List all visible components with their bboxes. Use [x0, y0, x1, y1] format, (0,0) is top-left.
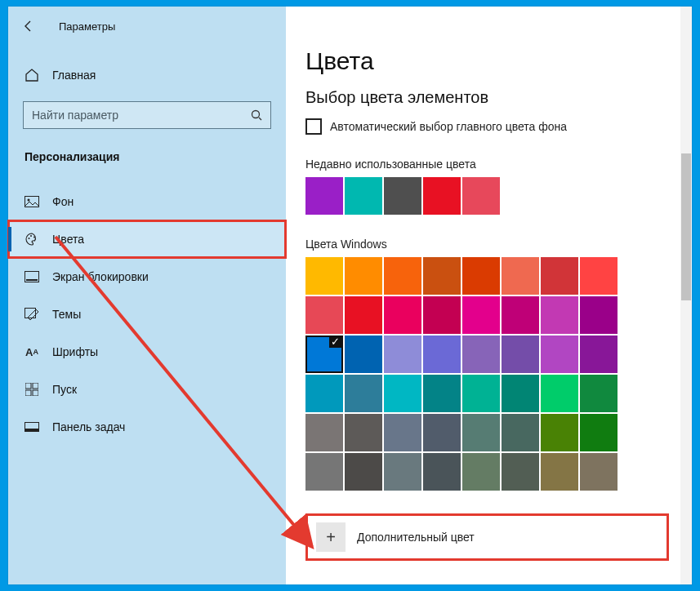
color-swatch[interactable]	[384, 296, 421, 334]
svg-rect-2	[25, 197, 39, 207]
svg-line-1	[259, 118, 261, 120]
color-swatch[interactable]	[423, 177, 461, 215]
svg-point-0	[252, 111, 260, 118]
color-swatch[interactable]	[345, 177, 382, 215]
section-label: Персонализация	[8, 134, 286, 170]
scrollbar-thumb[interactable]	[681, 153, 691, 300]
svg-point-6	[33, 237, 35, 238]
color-swatch[interactable]	[462, 414, 500, 451]
color-swatch[interactable]	[345, 257, 382, 295]
app-title: Параметры	[59, 20, 115, 33]
search-input[interactable]: Найти параметр	[23, 101, 271, 129]
color-swatch[interactable]	[502, 453, 539, 491]
picture-icon	[25, 194, 39, 209]
nav-label: Цвета	[52, 233, 84, 246]
sidebar-item-fonts[interactable]: AA Шрифты	[8, 333, 286, 371]
color-swatch[interactable]	[580, 257, 618, 295]
color-swatch[interactable]	[462, 296, 500, 334]
color-swatch[interactable]	[305, 335, 343, 373]
color-swatch[interactable]	[541, 257, 578, 295]
nav-label: Панель задач	[52, 420, 125, 433]
color-swatch[interactable]	[305, 257, 343, 295]
svg-rect-10	[25, 383, 31, 389]
checkbox-icon	[305, 118, 322, 135]
color-swatch[interactable]	[384, 453, 421, 491]
svg-rect-13	[33, 390, 38, 396]
lockscreen-icon	[25, 269, 39, 284]
color-swatch[interactable]	[541, 375, 578, 412]
color-swatch[interactable]	[580, 453, 618, 491]
color-swatch[interactable]	[580, 414, 618, 451]
nav-list: Фон Цвета Экран блокировки Темы	[8, 183, 286, 446]
nav-label: Темы	[52, 308, 81, 321]
color-swatch[interactable]	[502, 375, 539, 412]
color-swatch[interactable]	[345, 296, 382, 334]
color-swatch[interactable]	[305, 375, 343, 412]
color-swatch[interactable]	[305, 177, 343, 215]
color-swatch[interactable]	[305, 453, 343, 491]
back-button[interactable]	[20, 17, 38, 35]
sidebar-item-themes[interactable]: Темы	[8, 296, 286, 333]
color-swatch[interactable]	[502, 257, 539, 295]
color-swatch[interactable]	[541, 296, 578, 334]
start-icon	[25, 382, 39, 397]
svg-point-3	[28, 199, 30, 202]
color-swatch[interactable]	[384, 335, 421, 373]
sidebar-item-taskbar[interactable]: Панель задач	[8, 408, 286, 446]
color-swatch[interactable]	[541, 335, 578, 373]
sidebar-item-home[interactable]: Главная	[8, 57, 286, 93]
color-swatch[interactable]	[345, 335, 382, 373]
color-swatch[interactable]	[423, 414, 461, 451]
nav-label: Шрифты	[52, 345, 98, 358]
svg-point-5	[30, 235, 32, 237]
search-placeholder: Найти параметр	[32, 109, 118, 122]
search-icon	[249, 108, 264, 122]
color-swatch[interactable]	[384, 375, 421, 412]
nav-label: Экран блокировки	[52, 270, 149, 283]
color-swatch[interactable]	[423, 335, 461, 373]
color-swatch[interactable]	[345, 453, 382, 491]
color-swatch[interactable]	[423, 296, 461, 334]
picker-heading: Выбор цвета элементов	[305, 88, 692, 107]
fonts-icon: AA	[25, 344, 39, 359]
sidebar-item-start[interactable]: Пуск	[8, 371, 286, 408]
color-swatch[interactable]	[462, 257, 500, 295]
home-icon	[25, 68, 39, 82]
custom-color-label: Дополнительный цвет	[357, 531, 475, 544]
color-swatch[interactable]	[384, 257, 421, 295]
custom-color-button[interactable]: + Дополнительный цвет	[305, 513, 669, 561]
color-swatch[interactable]	[502, 296, 539, 334]
color-swatch[interactable]	[541, 414, 578, 451]
color-swatch[interactable]	[305, 414, 343, 451]
recent-colors-row	[305, 177, 692, 215]
color-swatch[interactable]	[502, 335, 539, 373]
scrollbar[interactable]	[680, 7, 692, 584]
color-swatch[interactable]	[462, 335, 500, 373]
color-swatch[interactable]	[384, 414, 421, 451]
color-swatch[interactable]	[462, 453, 500, 491]
color-swatch[interactable]	[345, 375, 382, 412]
color-swatch[interactable]	[384, 177, 421, 215]
color-swatch[interactable]	[345, 414, 382, 451]
color-swatch[interactable]	[423, 453, 461, 491]
color-swatch[interactable]	[305, 296, 343, 334]
windows-colors-grid	[305, 257, 692, 491]
color-swatch[interactable]	[502, 414, 539, 451]
svg-rect-12	[25, 390, 31, 396]
sidebar-item-lockscreen[interactable]: Экран блокировки	[8, 258, 286, 296]
color-swatch[interactable]	[580, 296, 618, 334]
sidebar-item-colors[interactable]: Цвета	[8, 220, 286, 258]
color-swatch[interactable]	[462, 177, 500, 215]
color-swatch[interactable]	[580, 335, 618, 373]
color-swatch[interactable]	[541, 453, 578, 491]
svg-rect-11	[33, 383, 38, 389]
color-swatch[interactable]	[580, 375, 618, 412]
nav-label: Пуск	[52, 383, 77, 396]
sidebar-item-background[interactable]: Фон	[8, 183, 286, 220]
color-swatch[interactable]	[462, 375, 500, 412]
color-swatch[interactable]	[423, 257, 461, 295]
auto-accent-checkbox[interactable]: Автоматический выбор главного цвета фона	[305, 118, 692, 135]
content-pane: Цвета Выбор цвета элементов Автоматическ…	[286, 7, 692, 584]
color-swatch[interactable]	[423, 375, 461, 412]
settings-window: Параметры Главная Найти параметр Персона…	[8, 7, 692, 584]
